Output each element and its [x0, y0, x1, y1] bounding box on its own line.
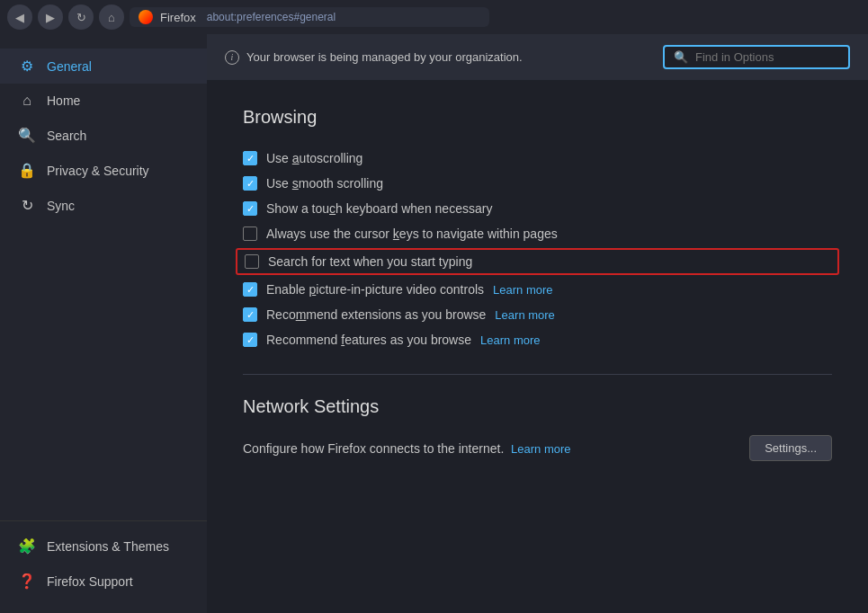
home-button[interactable]: ⌂ [99, 4, 124, 30]
learn-more-network[interactable]: Learn more [511, 442, 570, 456]
sidebar-item-sync[interactable]: ↻ Sync [0, 188, 207, 223]
sidebar-label-extensions: Extensions & Themes [47, 539, 169, 554]
network-settings-button[interactable]: Settings... [749, 435, 832, 461]
checkbox-pip[interactable] [243, 282, 257, 297]
sidebar-item-extensions[interactable]: 🧩 Extensions & Themes [0, 529, 207, 564]
home-icon: ⌂ [18, 93, 36, 109]
label-cursor-keys: Always use the cursor keys to navigate w… [266, 227, 558, 241]
puzzle-icon: 🧩 [18, 537, 36, 555]
label-search-typing: Search for text when you start typing [268, 254, 472, 269]
search-icon: 🔍 [18, 127, 36, 144]
sidebar-label-sync: Sync [47, 199, 75, 213]
info-icon: i [225, 50, 239, 65]
checkbox-row-touch-keyboard: Show a touch keyboard when necessary [243, 196, 832, 221]
learn-more-recommend-ext[interactable]: Learn more [495, 308, 554, 322]
sidebar-item-privacy[interactable]: 🔒 Privacy & Security [0, 153, 207, 188]
sidebar-item-support[interactable]: ❓ Firefox Support [0, 564, 207, 599]
checkbox-search-typing[interactable] [245, 254, 259, 269]
sidebar-item-general[interactable]: ⚙ General [0, 49, 207, 84]
network-desc-text: Configure how Firefox connects to the in… [243, 441, 504, 456]
label-pip: Enable picture-in-picture video controls [266, 282, 484, 297]
learn-more-recommend-feat[interactable]: Learn more [480, 333, 540, 347]
gear-icon: ⚙ [18, 58, 36, 75]
back-button[interactable]: ◀ [7, 4, 32, 30]
tab-title: Firefox [160, 11, 196, 24]
sidebar-label-privacy: Privacy & Security [47, 164, 149, 178]
reload-button[interactable]: ↻ [68, 4, 94, 30]
section-divider [243, 374, 832, 375]
content-area: i Your browser is being managed by your … [207, 34, 868, 613]
label-recommend-ext: Recommend extensions as you browse [266, 307, 486, 322]
checkbox-autoscroll[interactable] [243, 151, 257, 165]
checkbox-row-smooth: Use smooth scrolling [243, 171, 832, 196]
label-smooth: Use smooth scrolling [266, 176, 383, 191]
lock-icon: 🔒 [18, 162, 36, 179]
find-in-options-input[interactable] [695, 50, 839, 64]
checkbox-cursor-keys[interactable] [243, 227, 257, 241]
sidebar-label-home: Home [47, 93, 80, 108]
learn-more-pip[interactable]: Learn more [493, 283, 552, 297]
sidebar-item-home[interactable]: ⌂ Home [0, 84, 207, 118]
network-row: Configure how Firefox connects to the in… [243, 435, 832, 461]
checkbox-row-pip: Enable picture-in-picture video controls… [243, 277, 832, 302]
find-in-options-box[interactable]: 🔍 [663, 45, 850, 69]
checkbox-row-recommend-ext: Recommend extensions as you browse Learn… [243, 302, 832, 327]
checkbox-row-autoscroll: Use autoscrolling [243, 146, 832, 171]
address-bar[interactable]: Firefox about:preferences#general [130, 7, 489, 27]
label-touch-keyboard: Show a touch keyboard when necessary [266, 201, 492, 216]
find-magnifier-icon: 🔍 [674, 50, 688, 64]
sync-icon: ↻ [18, 197, 36, 214]
checkbox-smooth[interactable] [243, 176, 257, 191]
sidebar-label-support: Firefox Support [47, 574, 133, 589]
network-section-title: Network Settings [243, 396, 832, 417]
label-autoscroll: Use autoscrolling [266, 151, 362, 165]
network-desc: Configure how Firefox connects to the in… [243, 441, 571, 456]
sidebar-label-search: Search [47, 129, 86, 143]
titlebar: ◀ ▶ ↻ ⌂ Firefox about:preferences#genera… [0, 0, 868, 34]
checkbox-recommend-feat[interactable] [243, 333, 257, 347]
app-body: ⚙ General ⌂ Home 🔍 Search 🔒 Privacy & Se… [0, 34, 868, 613]
tab-url: about:preferences#general [207, 11, 336, 23]
sidebar: ⚙ General ⌂ Home 🔍 Search 🔒 Privacy & Se… [0, 34, 207, 613]
checkbox-row-cursor-keys: Always use the cursor keys to navigate w… [243, 221, 832, 246]
managed-notice: i Your browser is being managed by your … [225, 50, 523, 65]
top-bar: i Your browser is being managed by your … [207, 34, 868, 80]
favicon [139, 10, 153, 24]
checkbox-touch-keyboard[interactable] [243, 201, 257, 216]
checkbox-row-search-typing: Search for text when you start typing [236, 248, 839, 275]
label-recommend-feat: Recommend features as you browse [266, 333, 471, 347]
sidebar-label-general: General [47, 59, 92, 74]
sidebar-item-search[interactable]: 🔍 Search [0, 118, 207, 153]
browsing-section-title: Browsing [243, 107, 832, 128]
help-icon: ❓ [18, 573, 36, 590]
main-content: Browsing Use autoscrolling Use smooth sc… [207, 80, 868, 497]
checkbox-recommend-ext[interactable] [243, 307, 257, 322]
managed-text: Your browser is being managed by your or… [246, 50, 523, 64]
forward-button[interactable]: ▶ [38, 4, 63, 30]
checkbox-row-recommend-feat: Recommend features as you browse Learn m… [243, 327, 832, 352]
